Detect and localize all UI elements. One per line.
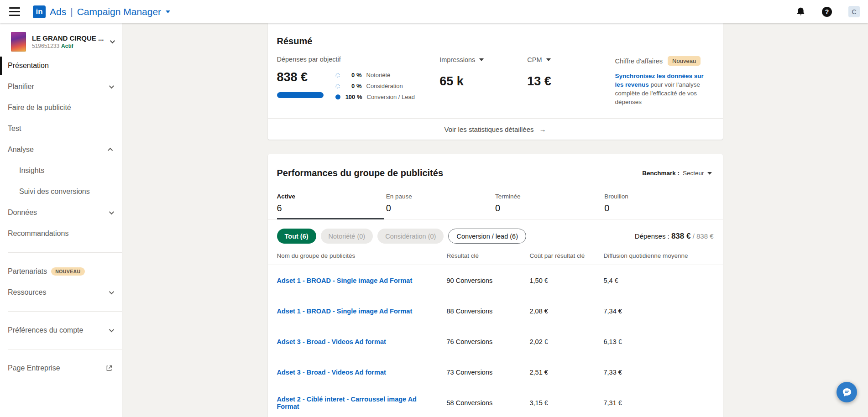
impressions-value: 65 k — [439, 74, 527, 89]
sidebar-divider — [8, 349, 122, 349]
benchmark-dropdown[interactable]: Benchmark : Secteur — [642, 170, 711, 177]
sidebar-item-preferences-compte[interactable]: Préférences du compte — [0, 320, 122, 341]
chevron-down-icon — [109, 209, 114, 214]
user-avatar[interactable]: C — [848, 6, 860, 17]
col-header-daily: Diffusion quotidienne moyenne — [604, 252, 714, 259]
tab-en-pause[interactable]: En pause 0 — [386, 193, 495, 219]
hamburger-menu-icon[interactable] — [9, 7, 20, 16]
table-row: Adset 2 - Ciblé interet - Carroussel ima… — [268, 387, 723, 417]
revenue-description: Synchronisez les données sur les revenus… — [615, 72, 712, 106]
sidebar-item-ressources[interactable]: Ressources — [0, 282, 122, 303]
account-selector[interactable]: LE GRAND CIRQUE ... 519651233Actif — [0, 31, 122, 52]
bell-icon[interactable] — [796, 7, 805, 16]
sidebar-divider — [8, 311, 122, 312]
account-status: Actif — [61, 43, 73, 49]
col-header-name: Nom du groupe de publicités — [277, 252, 447, 259]
revenue-label: Chiffre d'affaires — [615, 57, 663, 65]
tab-active[interactable]: Active 6 — [277, 193, 386, 219]
chevron-up-icon — [108, 148, 113, 153]
main-content: Résumé Dépenses par objectif 838 € 0 % — [122, 23, 868, 417]
table-row: Adset 3 - Broad - Videos Ad format 73 Co… — [268, 357, 723, 387]
sidebar-item-suivi-conversions[interactable]: Suivi des conversions — [0, 181, 122, 202]
detailed-stats-link[interactable]: Voir les statistiques détaillées → — [268, 118, 723, 140]
chat-support-button[interactable] — [837, 382, 857, 402]
sidebar-item-recommandations[interactable]: Recommandations — [0, 223, 122, 244]
result-cell: 88 Conversions — [447, 308, 530, 315]
top-bar: in Ads | Campaign Manager ? C — [0, 0, 868, 23]
app-title-dropdown[interactable]: Ads | Campaign Manager — [50, 6, 170, 17]
title-caret-down-icon — [166, 10, 170, 13]
app-title-separator: | — [70, 6, 73, 17]
adset-link[interactable]: Adset 3 - Broad - Videos Ad format — [277, 369, 386, 376]
sidebar-item-insights[interactable]: Insights — [0, 160, 122, 181]
sidebar-item-faire-publicite[interactable]: Faire de la publicité — [0, 97, 122, 118]
daily-cell: 7,31 € — [604, 399, 714, 407]
filter-pill-notoriete[interactable]: Notoriété (0) — [321, 229, 373, 244]
sidebar-item-planifier[interactable]: Planifier — [0, 76, 122, 97]
sidebar-divider — [8, 252, 122, 253]
performance-title: Performances du groupe de publicités — [277, 168, 444, 178]
new-badge: NOUVEAU — [51, 267, 84, 276]
app-title-prefix: Ads — [50, 6, 66, 17]
sidebar-item-page-entreprise[interactable]: Page Entreprise — [0, 358, 122, 379]
table-header: Nom du groupe de publicités Résultat clé… — [268, 252, 723, 265]
legend-row-conversion: 100 % Conversion / Lead — [335, 94, 415, 100]
filter-pill-consideration[interactable]: Considération (0) — [377, 229, 444, 244]
sidebar-item-presentation[interactable]: Présentation — [0, 55, 122, 76]
summary-title: Résumé — [268, 23, 723, 47]
spend-by-objective-label: Dépenses par objectif — [277, 56, 440, 63]
daily-cell: 5,4 € — [604, 277, 714, 284]
sidebar-nav: Présentation Planifier Faire de la publi… — [0, 55, 122, 379]
result-cell: 76 Conversions — [447, 338, 530, 345]
app-title-main: Campaign Manager — [77, 6, 161, 17]
spend-legend: 0 % Notoriété 0 % Considération 100 % — [335, 70, 415, 100]
table-row: Adset 1 - BROAD - Single image Ad Format… — [268, 265, 723, 296]
linkedin-logo[interactable]: in — [33, 5, 46, 18]
adset-link[interactable]: Adset 2 - Ciblé interet - Carroussel ima… — [277, 396, 417, 410]
account-id: 519651233 — [32, 43, 59, 49]
tab-brouillon[interactable]: Brouillon 0 — [604, 193, 713, 219]
account-name: LE GRAND CIRQUE ... — [32, 34, 104, 42]
sidebar: LE GRAND CIRQUE ... 519651233Actif Prése… — [0, 23, 122, 417]
nouveau-badge: Nouveau — [668, 56, 701, 66]
external-link-icon — [105, 365, 113, 372]
adset-link[interactable]: Adset 1 - BROAD - Single image Ad Format — [277, 277, 413, 284]
summary-card: Résumé Dépenses par objectif 838 € 0 % — [268, 23, 723, 140]
chevron-down-icon — [109, 327, 114, 332]
legend-dot-icon — [335, 94, 340, 99]
result-cell: 90 Conversions — [447, 277, 530, 284]
cost-cell: 2,02 € — [530, 338, 604, 345]
help-icon[interactable]: ? — [822, 7, 832, 17]
status-tabs: Active 6 En pause 0 Terminée 0 Brouillon… — [268, 193, 723, 219]
performance-card: Performances du groupe de publicités Ben… — [268, 154, 723, 417]
dropdown-caret-icon — [546, 58, 551, 61]
arrow-right-icon: → — [539, 125, 546, 133]
adset-link[interactable]: Adset 3 - Broad - Videos Ad format — [277, 338, 386, 345]
col-header-result: Résultat clé — [447, 252, 530, 259]
sidebar-item-donnees[interactable]: Données — [0, 202, 122, 223]
result-cell: 58 Conversions — [447, 399, 530, 407]
tab-terminee[interactable]: Terminée 0 — [495, 193, 604, 219]
chevron-down-icon — [109, 83, 114, 89]
cost-cell: 2,51 € — [530, 369, 604, 376]
filter-pill-tout[interactable]: Tout (6) — [277, 229, 316, 244]
chat-support-icon — [842, 387, 852, 398]
sidebar-item-partenariats[interactable]: Partenariats NOUVEAU — [0, 261, 122, 282]
cpm-dropdown[interactable]: CPM — [527, 56, 615, 63]
impressions-dropdown[interactable]: Impressions — [439, 56, 527, 63]
cost-cell: 1,50 € — [530, 277, 604, 284]
spend-summary: Dépenses : 838 € / 838 € — [635, 232, 714, 241]
account-poster-image — [11, 32, 26, 52]
filter-pill-conversion-lead[interactable]: Conversion / lead (6) — [448, 229, 526, 244]
chevron-down-icon — [109, 289, 114, 294]
adset-link[interactable]: Adset 1 - BROAD - Single image Ad Format — [277, 308, 413, 315]
legend-row-consideration: 0 % Considération — [335, 83, 415, 89]
sidebar-item-analyse[interactable]: Analyse — [0, 139, 122, 160]
legend-row-notoriete: 0 % Notoriété — [335, 72, 415, 78]
table-row: Adset 1 - BROAD - Single image Ad Format… — [268, 296, 723, 326]
sidebar-item-test[interactable]: Test — [0, 118, 122, 139]
cost-cell: 3,15 € — [530, 399, 604, 407]
result-cell: 73 Conversions — [447, 369, 530, 376]
col-header-cost: Coût par résultat clé — [530, 252, 604, 259]
legend-ring-icon — [335, 84, 340, 89]
